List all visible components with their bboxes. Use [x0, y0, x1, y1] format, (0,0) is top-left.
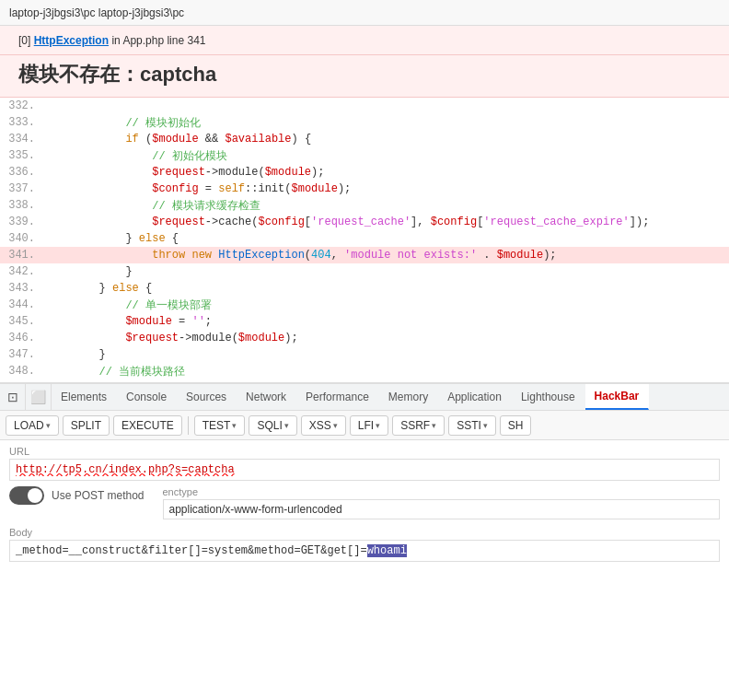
- line-number: 337.: [0, 182, 46, 195]
- devtools-icon-inspect[interactable]: ⊡: [0, 384, 26, 410]
- line-content: $config = self::init($module);: [46, 182, 351, 195]
- url-input[interactable]: [9, 459, 720, 481]
- line-content: // 模块初始化: [46, 115, 201, 131]
- breadcrumb-text: laptop-j3jbgsi3\pc laptop-j3jbgsi3\pc: [9, 6, 184, 19]
- hackbar-btn-ssti[interactable]: SSTI▾: [448, 415, 496, 436]
- post-method-label: Use POST method: [52, 489, 145, 502]
- hackbar-btn-split[interactable]: SPLIT: [63, 415, 110, 436]
- hackbar-btn-load[interactable]: LOAD▾: [6, 415, 59, 436]
- enctype-value: application/x-www-form-urlencoded: [163, 499, 721, 519]
- url-label: URL: [9, 446, 720, 457]
- toolbar-divider: [188, 416, 189, 435]
- tab-elements[interactable]: Elements: [52, 384, 117, 410]
- toggle-knob: [28, 488, 42, 503]
- hackbar-body: URL Use POST method enctype application/…: [0, 440, 729, 567]
- dropdown-arrow: ▾: [432, 421, 436, 430]
- body-label: Body: [9, 527, 720, 538]
- line-number: 347.: [0, 348, 46, 361]
- code-line: 334. if ($module && $available) {: [0, 131, 729, 147]
- line-content: // 模块请求缓存检查: [46, 198, 260, 214]
- dropdown-arrow: ▾: [333, 421, 338, 430]
- post-method-toggle[interactable]: [9, 486, 44, 505]
- code-line: 335. // 初始化模块: [0, 147, 729, 164]
- tab-application[interactable]: Application: [438, 384, 512, 410]
- devtools-tabbar: ⊡ ⬜ ElementsConsoleSourcesNetworkPerform…: [0, 383, 729, 411]
- line-number: 336.: [0, 166, 46, 179]
- ssrf-label: SSRF: [400, 419, 430, 432]
- dropdown-arrow: ▾: [376, 421, 380, 430]
- tab-hackbar[interactable]: HackBar: [585, 384, 650, 410]
- code-line: 333. // 模块初始化: [0, 114, 729, 131]
- line-content: $request->cache($config['request_cache']…: [46, 216, 649, 228]
- line-number: 341.: [0, 249, 46, 262]
- code-line: 343. } else {: [0, 280, 729, 297]
- sqli-label: SQLI: [257, 419, 282, 432]
- hackbar-btn-sh[interactable]: SH: [500, 415, 532, 436]
- dropdown-arrow: ▾: [284, 421, 289, 430]
- line-content: throw new HttpException(404, 'module not…: [46, 249, 557, 262]
- ssti-label: SSTI: [457, 419, 481, 432]
- code-area: 332.333. // 模块初始化334. if ($module && $av…: [0, 98, 729, 383]
- dropdown-arrow: ▾: [232, 421, 237, 430]
- error-line-text: [0] HttpException in App.php line 341: [18, 34, 205, 47]
- line-content: } else {: [46, 232, 179, 245]
- code-line: 344. // 单一模块部署: [0, 297, 729, 313]
- dropdown-arrow: ▾: [46, 421, 51, 430]
- tab-performance[interactable]: Performance: [296, 384, 379, 410]
- tab-network[interactable]: Network: [237, 384, 296, 410]
- line-number: 345.: [0, 315, 46, 328]
- tab-console[interactable]: Console: [117, 384, 177, 410]
- line-number: 340.: [0, 232, 46, 245]
- line-content: }: [46, 265, 133, 278]
- hackbar-btn-execute[interactable]: EXECUTE: [113, 415, 182, 436]
- code-line: 339. $request->cache($config['request_ca…: [0, 214, 729, 230]
- line-content: } else {: [46, 282, 152, 295]
- code-line: 342. }: [0, 263, 729, 280]
- load-label: LOAD: [14, 419, 44, 432]
- code-line: 336. $request->module($module);: [0, 164, 729, 181]
- line-content: // 当前模块路径: [46, 364, 185, 379]
- code-line: 346. $request->module($module);: [0, 330, 729, 346]
- code-line: 332.: [0, 98, 729, 114]
- line-content: $module = '';: [46, 315, 212, 328]
- line-number: 339.: [0, 216, 46, 228]
- code-line: 338. // 模块请求缓存检查: [0, 197, 729, 214]
- line-number: 348.: [0, 365, 46, 378]
- code-line: 340. } else {: [0, 230, 729, 247]
- line-number: 333.: [0, 116, 46, 129]
- lfi-label: LFI: [358, 419, 374, 432]
- line-content: $request->module($module);: [46, 332, 298, 344]
- hackbar-btn-lfi[interactable]: LFI▾: [350, 415, 388, 436]
- top-breadcrumb: laptop-j3jbgsi3\pc laptop-j3jbgsi3\pc: [0, 0, 729, 26]
- hackbar-btn-sqli[interactable]: SQLI▾: [249, 415, 296, 436]
- hackbar-btn-test[interactable]: TEST▾: [194, 415, 246, 436]
- line-content: }: [46, 348, 106, 361]
- line-content: $request->module($module);: [46, 166, 324, 179]
- error-badge: [0]: [18, 34, 30, 47]
- tab-lighthouse[interactable]: Lighthouse: [512, 384, 585, 410]
- hackbar-btn-xss[interactable]: XSS▾: [301, 415, 346, 436]
- line-number: 343.: [0, 282, 46, 295]
- tab-sources[interactable]: Sources: [177, 384, 237, 410]
- body-input[interactable]: _method=__construct&filter[]=system&meth…: [9, 540, 720, 562]
- code-line: 341. throw new HttpException(404, 'modul…: [0, 247, 729, 263]
- line-number: 344.: [0, 298, 46, 311]
- code-line: 345. $module = '';: [0, 313, 729, 330]
- hackbar-btn-ssrf[interactable]: SSRF▾: [392, 415, 445, 436]
- xss-label: XSS: [309, 419, 331, 432]
- test-label: TEST: [202, 419, 231, 432]
- code-line: 337. $config = self::init($module);: [0, 181, 729, 197]
- exception-link[interactable]: HttpException: [34, 34, 109, 47]
- line-content: // 单一模块部署: [46, 298, 212, 313]
- devtools-icon-device[interactable]: ⬜: [26, 384, 52, 410]
- error-header: [0] HttpException in App.php line 341: [0, 26, 729, 55]
- tab-memory[interactable]: Memory: [379, 384, 438, 410]
- line-number: 335.: [0, 149, 46, 162]
- line-number: 346.: [0, 332, 46, 344]
- line-content: // 初始化模块: [46, 148, 227, 164]
- line-number: 334.: [0, 133, 46, 146]
- code-line: 348. // 当前模块路径: [0, 363, 729, 379]
- line-number: 338.: [0, 199, 46, 212]
- error-title: 模块不存在：captcha: [0, 55, 729, 98]
- line-number: 342.: [0, 265, 46, 278]
